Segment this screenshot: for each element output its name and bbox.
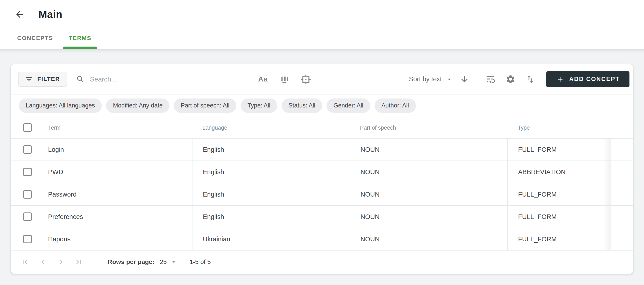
barcode-scan-icon [280,74,289,84]
add-concept-button[interactable]: ADD CONCEPT [546,71,630,87]
search-box [76,75,224,84]
type-cell: FULL_FORM [518,213,556,220]
term-cell: Login [48,146,64,153]
first-page-button[interactable] [20,257,30,266]
term-cell: Пароль [48,235,71,243]
select-all-checkbox[interactable] [23,123,32,132]
rows-per-page-label: Rows per page: [108,258,154,265]
gear-icon [506,74,516,84]
filter-chip[interactable]: Status: All [282,99,322,113]
settings-button[interactable] [505,74,516,85]
add-concept-label: ADD CONCEPT [569,76,620,83]
row-checkbox[interactable] [23,190,32,199]
chevron-down-icon [446,76,453,83]
part-of-speech-cell: NOUN [360,146,380,153]
back-button[interactable] [14,8,26,21]
search-input[interactable] [90,76,224,83]
table-header: Term Language Part of speech Type [11,117,633,139]
part-of-speech-cell: NOUN [360,191,380,198]
filter-button[interactable]: FILTER [18,72,67,87]
row-strip [611,206,633,228]
term-cell: PWD [48,168,63,176]
type-cell: FULL_FORM [518,191,556,198]
part-of-speech-cell: NOUN [360,235,380,243]
low-priority-icon [486,74,496,84]
tab-concepts[interactable]: CONCEPTS [16,29,54,49]
sort-by-dropdown[interactable]: Sort by text [409,76,453,83]
page-content: FILTER Aa [0,50,644,285]
filter-button-label: FILTER [37,76,60,83]
rows-per-page-value: 25 [160,258,166,265]
sort-direction-button[interactable] [459,74,470,85]
column-header-term: Term [48,124,60,131]
previous-page-button[interactable] [38,257,48,266]
language-cell: English [203,213,224,220]
part-of-speech-cell: NOUN [360,168,380,176]
filter-chip[interactable]: Languages: All languages [19,99,102,113]
table-row[interactable]: PWD English NOUN ABBREVIATION [11,161,633,183]
filter-chip[interactable]: Type: All [240,99,277,113]
app-header: Main CONCEPTS TERMS [0,0,644,50]
terms-card: FILTER Aa [11,64,633,274]
import-export-icon [525,74,535,84]
table-row[interactable]: Password English NOUN FULL_FORM [11,183,633,206]
row-strip [611,228,633,250]
header-strip [611,117,633,138]
table-row[interactable]: Login English NOUN FULL_FORM [11,139,633,161]
pagination-bar: Rows per page: 25 1-5 of 5 [11,250,633,273]
filter-chip[interactable]: Part of speech: All [174,99,236,113]
arrow-back-icon [14,9,25,20]
column-header-type: Type [518,124,530,131]
sort-by-label: Sort by text [409,76,442,83]
tab-terms[interactable]: TERMS [63,29,97,49]
filter-chip[interactable]: Modified: Any date [106,99,170,113]
first-page-icon [20,257,30,266]
view-option-icons: Aa [258,74,311,85]
search-icon [76,75,85,84]
last-page-button[interactable] [74,257,83,266]
arrow-downward-icon [460,75,469,84]
row-checkbox[interactable] [23,212,32,221]
term-cell: Password [48,191,76,198]
pagination-range-label: 1-5 of 5 [190,258,211,265]
table-toolbar: FILTER Aa [11,64,633,95]
column-header-part-of-speech: Part of speech [360,124,396,131]
table-body: Login English NOUN FULL_FORM PWD English… [11,139,633,250]
next-page-button[interactable] [56,257,65,266]
table-row[interactable]: Пароль Ukrainian NOUN FULL_FORM [11,228,633,250]
language-cell: English [203,191,224,198]
language-cell: Ukrainian [203,235,230,243]
row-strip [611,139,633,161]
filter-list-icon [25,76,33,83]
match-case-button[interactable]: Aa [258,74,268,85]
chevron-right-icon [56,257,65,266]
tab-bar: CONCEPTS TERMS [16,29,97,49]
toolbar-action-icons [486,74,536,85]
row-strip [611,161,633,183]
filter-chip[interactable]: Author: All [374,99,416,113]
language-cell: English [203,168,224,176]
page-title: Main [38,8,62,20]
chevron-left-icon [38,257,48,266]
row-checkbox[interactable] [23,235,32,243]
rows-per-page-select[interactable]: 25 [160,258,177,265]
barcode-scan-button[interactable] [279,74,290,85]
import-export-button[interactable] [525,74,536,85]
chevron-down-icon [170,258,177,265]
part-of-speech-cell: NOUN [360,213,380,220]
focus-frame-icon [301,74,311,84]
type-cell: ABBREVIATION [518,168,566,176]
column-header-language: Language [202,124,227,131]
filter-chip[interactable]: Gender: All [326,99,370,113]
table-row[interactable]: Preferences English NOUN FULL_FORM [11,206,633,228]
toolbar-right-group: Sort by text [409,71,630,87]
match-case-icon: Aa [258,75,268,83]
type-cell: FULL_FORM [518,235,556,243]
plus-icon [556,75,564,83]
row-checkbox[interactable] [23,145,32,154]
low-priority-button[interactable] [486,74,496,85]
filter-chips-row: Languages: All languages Modified: Any d… [11,95,633,117]
row-checkbox[interactable] [23,168,32,176]
term-cell: Preferences [48,213,83,220]
focus-frame-button[interactable] [300,74,311,85]
